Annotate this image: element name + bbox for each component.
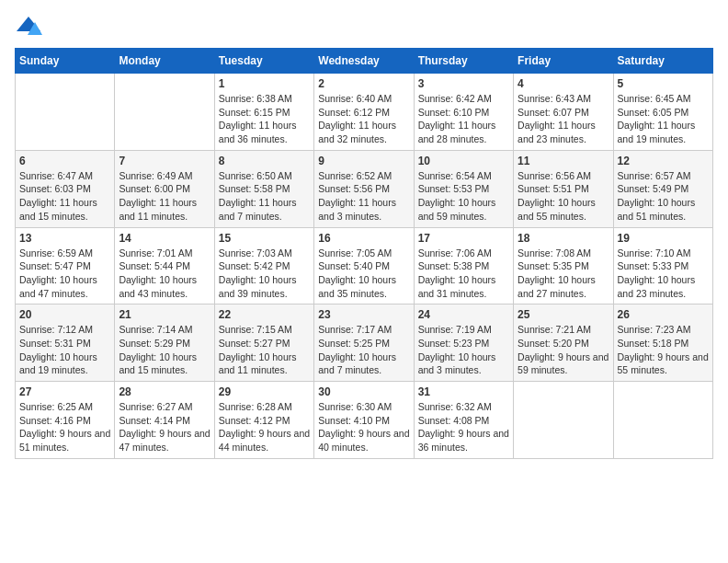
day-of-week-friday: Friday (514, 49, 613, 74)
logo-icon (15, 15, 42, 37)
day-number: 31 (418, 385, 509, 398)
day-info: Sunrise: 7:15 AM Sunset: 5:27 PM Dayligh… (219, 323, 310, 377)
day-number: 25 (518, 308, 609, 321)
day-info: Sunrise: 6:49 AM Sunset: 6:00 PM Dayligh… (119, 169, 210, 224)
day-info: Sunrise: 7:05 AM Sunset: 5:40 PM Dayligh… (318, 247, 409, 301)
day-info: Sunrise: 6:25 AM Sunset: 4:16 PM Dayligh… (19, 400, 110, 454)
calendar-cell (514, 382, 613, 459)
calendar-cell: 22Sunrise: 7:15 AM Sunset: 5:27 PM Dayli… (214, 304, 313, 382)
day-info: Sunrise: 7:12 AM Sunset: 5:31 PM Dayligh… (19, 323, 110, 377)
calendar-week-3: 13Sunrise: 6:59 AM Sunset: 5:47 PM Dayli… (16, 227, 713, 304)
calendar-cell: 12Sunrise: 6:57 AM Sunset: 5:49 PM Dayli… (613, 150, 712, 227)
day-number: 12 (618, 155, 709, 167)
day-number: 24 (418, 308, 509, 321)
day-info: Sunrise: 6:54 AM Sunset: 5:53 PM Dayligh… (418, 169, 509, 224)
day-number: 8 (219, 155, 310, 167)
day-info: Sunrise: 6:32 AM Sunset: 4:08 PM Dayligh… (418, 400, 509, 454)
calendar-cell: 29Sunrise: 6:28 AM Sunset: 4:12 PM Dayli… (214, 382, 313, 459)
day-number: 22 (219, 308, 310, 321)
calendar-table: SundayMondayTuesdayWednesdayThursdayFrid… (15, 48, 713, 459)
day-info: Sunrise: 7:19 AM Sunset: 5:23 PM Dayligh… (418, 323, 509, 377)
day-of-week-wednesday: Wednesday (314, 49, 414, 74)
day-number: 16 (318, 232, 409, 245)
calendar-cell: 9Sunrise: 6:52 AM Sunset: 5:56 PM Daylig… (314, 150, 414, 227)
day-number: 23 (318, 308, 409, 321)
logo (15, 15, 46, 37)
calendar-cell: 19Sunrise: 7:10 AM Sunset: 5:33 PM Dayli… (613, 227, 712, 304)
calendar-cell (16, 74, 115, 151)
day-number: 9 (318, 155, 409, 167)
day-number: 11 (518, 155, 609, 167)
calendar-cell: 30Sunrise: 6:30 AM Sunset: 4:10 PM Dayli… (314, 382, 414, 459)
day-info: Sunrise: 6:40 AM Sunset: 6:12 PM Dayligh… (318, 92, 409, 146)
day-info: Sunrise: 7:17 AM Sunset: 5:25 PM Dayligh… (318, 323, 409, 377)
page-header (15, 15, 713, 37)
calendar-header-row: SundayMondayTuesdayWednesdayThursdayFrid… (16, 49, 713, 74)
calendar-cell: 5Sunrise: 6:45 AM Sunset: 6:05 PM Daylig… (613, 74, 712, 151)
day-number: 21 (119, 308, 210, 321)
calendar-cell: 17Sunrise: 7:06 AM Sunset: 5:38 PM Dayli… (414, 227, 513, 304)
day-info: Sunrise: 6:52 AM Sunset: 5:56 PM Dayligh… (318, 169, 409, 224)
day-info: Sunrise: 6:43 AM Sunset: 6:07 PM Dayligh… (518, 92, 609, 146)
day-number: 26 (618, 308, 709, 321)
calendar-cell: 21Sunrise: 7:14 AM Sunset: 5:29 PM Dayli… (115, 304, 214, 382)
day-number: 1 (219, 77, 310, 90)
day-info: Sunrise: 7:03 AM Sunset: 5:42 PM Dayligh… (219, 247, 310, 301)
calendar-cell: 16Sunrise: 7:05 AM Sunset: 5:40 PM Dayli… (314, 227, 414, 304)
day-info: Sunrise: 6:47 AM Sunset: 6:03 PM Dayligh… (19, 169, 110, 224)
day-number: 17 (418, 232, 509, 245)
day-info: Sunrise: 6:42 AM Sunset: 6:10 PM Dayligh… (418, 92, 509, 146)
day-info: Sunrise: 7:14 AM Sunset: 5:29 PM Dayligh… (119, 323, 210, 377)
day-number: 7 (119, 155, 210, 167)
calendar-cell: 18Sunrise: 7:08 AM Sunset: 5:35 PM Dayli… (514, 227, 613, 304)
day-number: 28 (119, 385, 210, 398)
calendar-cell: 31Sunrise: 6:32 AM Sunset: 4:08 PM Dayli… (414, 382, 513, 459)
day-info: Sunrise: 7:01 AM Sunset: 5:44 PM Dayligh… (119, 247, 210, 301)
day-of-week-thursday: Thursday (414, 49, 513, 74)
day-number: 30 (318, 385, 409, 398)
calendar-cell: 24Sunrise: 7:19 AM Sunset: 5:23 PM Dayli… (414, 304, 513, 382)
day-number: 2 (318, 77, 409, 90)
day-info: Sunrise: 6:27 AM Sunset: 4:14 PM Dayligh… (119, 400, 210, 454)
calendar-cell (115, 74, 214, 151)
day-info: Sunrise: 6:30 AM Sunset: 4:10 PM Dayligh… (318, 400, 409, 454)
calendar-cell: 23Sunrise: 7:17 AM Sunset: 5:25 PM Dayli… (314, 304, 414, 382)
calendar-cell: 27Sunrise: 6:25 AM Sunset: 4:16 PM Dayli… (16, 382, 115, 459)
calendar-cell: 8Sunrise: 6:50 AM Sunset: 5:58 PM Daylig… (214, 150, 313, 227)
day-number: 5 (618, 77, 709, 90)
calendar-cell: 20Sunrise: 7:12 AM Sunset: 5:31 PM Dayli… (16, 304, 115, 382)
day-number: 27 (19, 385, 110, 398)
day-of-week-tuesday: Tuesday (214, 49, 313, 74)
day-info: Sunrise: 7:08 AM Sunset: 5:35 PM Dayligh… (518, 247, 609, 301)
day-number: 18 (518, 232, 609, 245)
day-of-week-sunday: Sunday (16, 49, 115, 74)
day-info: Sunrise: 7:23 AM Sunset: 5:18 PM Dayligh… (618, 323, 709, 377)
day-number: 10 (418, 155, 509, 167)
calendar-week-4: 20Sunrise: 7:12 AM Sunset: 5:31 PM Dayli… (16, 304, 713, 382)
day-number: 6 (19, 155, 110, 167)
day-info: Sunrise: 6:59 AM Sunset: 5:47 PM Dayligh… (19, 247, 110, 301)
day-info: Sunrise: 6:45 AM Sunset: 6:05 PM Dayligh… (618, 92, 709, 146)
calendar-cell: 13Sunrise: 6:59 AM Sunset: 5:47 PM Dayli… (16, 227, 115, 304)
calendar-week-1: 1Sunrise: 6:38 AM Sunset: 6:15 PM Daylig… (16, 74, 713, 151)
day-info: Sunrise: 6:57 AM Sunset: 5:49 PM Dayligh… (618, 169, 709, 224)
day-info: Sunrise: 7:06 AM Sunset: 5:38 PM Dayligh… (418, 247, 509, 301)
day-number: 20 (19, 308, 110, 321)
day-number: 3 (418, 77, 509, 90)
calendar-cell: 11Sunrise: 6:56 AM Sunset: 5:51 PM Dayli… (514, 150, 613, 227)
calendar-cell: 28Sunrise: 6:27 AM Sunset: 4:14 PM Dayli… (115, 382, 214, 459)
calendar-cell: 2Sunrise: 6:40 AM Sunset: 6:12 PM Daylig… (314, 74, 414, 151)
day-info: Sunrise: 7:21 AM Sunset: 5:20 PM Dayligh… (518, 323, 609, 377)
calendar-cell: 10Sunrise: 6:54 AM Sunset: 5:53 PM Dayli… (414, 150, 513, 227)
day-number: 29 (219, 385, 310, 398)
calendar-cell: 1Sunrise: 6:38 AM Sunset: 6:15 PM Daylig… (214, 74, 313, 151)
calendar-cell: 25Sunrise: 7:21 AM Sunset: 5:20 PM Dayli… (514, 304, 613, 382)
day-number: 19 (618, 232, 709, 245)
calendar-week-5: 27Sunrise: 6:25 AM Sunset: 4:16 PM Dayli… (16, 382, 713, 459)
calendar-cell: 14Sunrise: 7:01 AM Sunset: 5:44 PM Dayli… (115, 227, 214, 304)
calendar-cell: 4Sunrise: 6:43 AM Sunset: 6:07 PM Daylig… (514, 74, 613, 151)
calendar-cell (613, 382, 712, 459)
day-number: 4 (518, 77, 609, 90)
day-number: 13 (19, 232, 110, 245)
day-info: Sunrise: 6:50 AM Sunset: 5:58 PM Dayligh… (219, 169, 310, 224)
